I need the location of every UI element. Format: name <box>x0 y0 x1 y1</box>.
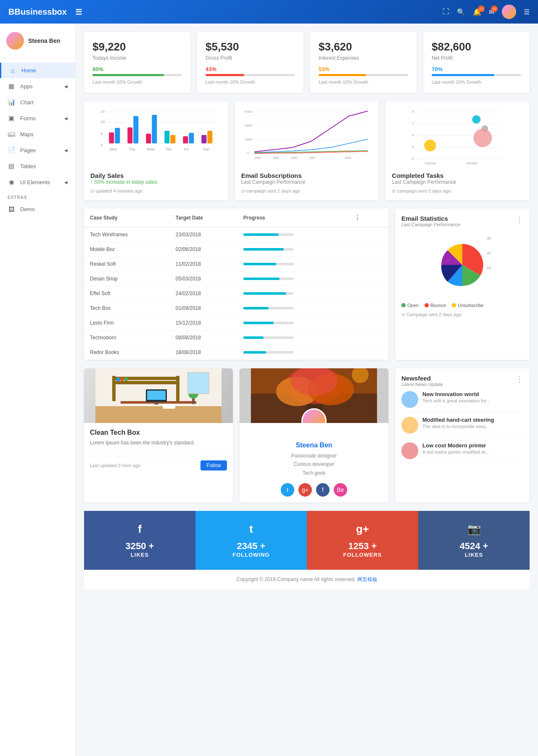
svg-rect-12 <box>146 134 151 143</box>
sidebar-item-home[interactable]: ⌂ Home <box>0 63 75 78</box>
sidebar-item-ui-elements[interactable]: ◉ UI Elements ◀ <box>0 174 75 190</box>
follow-button[interactable]: Follow <box>200 460 227 471</box>
svg-rect-16 <box>183 136 188 143</box>
footer: Copyright © 2018.Company name All rights… <box>84 570 530 589</box>
chevron-left-icon: ◀ <box>64 148 68 153</box>
legend-item: Unsubscribe <box>452 303 483 308</box>
col-menu[interactable]: ⋮ <box>345 209 388 227</box>
mail-icon[interactable]: ✉ 10 <box>489 8 494 16</box>
stat-bar-bg <box>92 74 182 76</box>
hamburger-icon[interactable]: ☰ <box>75 8 82 16</box>
completed-tasks-title: Completed Tasks <box>392 172 523 179</box>
news-footer-1: Last updated 3 mins ago Follow <box>84 456 233 475</box>
svg-point-51 <box>425 140 436 151</box>
newsfeed-item-desc: The idea is to incorporate easy... <box>422 424 494 429</box>
table-row: Desan Shop 05/03/2018 <box>84 272 388 286</box>
topnav-menu-icon[interactable]: ☰ <box>524 8 530 16</box>
news-image-1 <box>84 368 233 423</box>
list-item: New Innovation world Tech soft is great … <box>401 387 523 412</box>
progress-fill <box>243 263 276 265</box>
sidebar-item-apps[interactable]: ▦ Apps ◀ <box>0 78 75 94</box>
sidebar-user: Steena Ben <box>0 24 75 58</box>
sidebar: Steena Ben ⌂ Home ▦ Apps ◀ 📊 Chart ▣ For… <box>0 24 76 597</box>
case-study-name: Effel Soft <box>84 286 170 301</box>
ui-elements-icon: ◉ <box>8 178 15 186</box>
social-tile[interactable]: f 3250 + LIKES <box>84 511 195 570</box>
maps-icon: 📖 <box>8 130 15 138</box>
sidebar-item-forms[interactable]: ▣ Forms ◀ <box>0 110 75 126</box>
behance-icon[interactable]: Be <box>334 483 347 497</box>
news-date-1: Last updated 3 mins ago <box>90 463 140 468</box>
case-study-date: 18/08/2018 <box>170 345 237 360</box>
sidebar-item-label: Maps <box>20 131 34 137</box>
table-row: Technoborn 08/08/2018 <box>84 330 388 345</box>
newsfeed-item-title: Modified hand-cart steering <box>422 417 494 423</box>
twitter-icon[interactable]: t <box>281 483 294 497</box>
social-banner: f 3250 + LIKES t 2345 + FOLLOWING g+ 125… <box>84 511 530 570</box>
sidebar-item-maps[interactable]: 📖 Maps <box>0 126 75 142</box>
email-stats-menu[interactable]: ⋮ <box>516 215 523 224</box>
case-study-date: 23/03/2018 <box>170 227 237 242</box>
svg-rect-11 <box>133 116 138 143</box>
social-count: 1253 + <box>315 541 410 552</box>
news-body-1: Clean Tech Box Lorem Ipsum has been the … <box>84 423 233 456</box>
sidebar-item-chart[interactable]: 📊 Chart <box>0 94 75 110</box>
svg-rect-70 <box>154 402 158 404</box>
sidebar-username: Steena Ben <box>28 37 60 44</box>
news-title-1: Clean Tech Box <box>90 429 227 436</box>
stat-card: $3,620 Interest Expenses 53% Last month … <box>310 32 417 93</box>
progress-fill <box>243 322 274 324</box>
sidebar-item-demo[interactable]: 🖼 Demo <box>0 201 75 217</box>
svg-rect-71 <box>163 404 175 409</box>
stat-bar-bg <box>319 74 408 76</box>
sidebar-item-tables[interactable]: ▤ Tables <box>0 158 75 174</box>
progress-bg <box>243 263 294 265</box>
facebook-icon[interactable]: f <box>316 483 330 497</box>
bottom-row: Case Study Target Date Progress ⋮ Tech W… <box>84 209 530 360</box>
svg-text:4000000: 4000000 <box>425 162 436 165</box>
search-icon[interactable]: 🔍 <box>457 8 465 16</box>
case-study-name: Mobile Boz <box>84 242 170 257</box>
svg-text:8: 8 <box>412 110 414 114</box>
profile-banner-image <box>240 368 388 423</box>
svg-text:0: 0 <box>100 143 103 147</box>
app-logo: BBusinessbox ☰ <box>8 7 443 17</box>
newsfeed-item-title: Low cost Modern printer <box>422 442 489 449</box>
news-card-1: Clean Tech Box Lorem Ipsum has been the … <box>84 368 233 502</box>
email-subs-subtitle: Last Campaign Performance <box>241 179 373 185</box>
legend-dot <box>425 303 429 307</box>
progress-bg <box>243 351 294 354</box>
table-row: Lesto Firm 15/12/2018 <box>84 316 388 330</box>
user-avatar[interactable] <box>502 5 516 19</box>
profile-desc: Passionate designer Curious developer Te… <box>245 452 382 477</box>
social-label: FOLLOWERS <box>315 552 410 558</box>
newsfeed-menu[interactable]: ⋮ <box>516 375 523 384</box>
stat-growth: Last month 10% Growth <box>432 79 521 85</box>
stat-percent: 53% <box>319 66 408 72</box>
progress-fill <box>243 233 279 236</box>
stat-value: $5,530 <box>206 40 295 53</box>
googleplus-icon[interactable]: g+ <box>298 483 312 497</box>
email-stats-title: Email Statistics <box>401 215 460 222</box>
newsfeed-item-desc: A dot matrix printer modified at... <box>422 449 489 455</box>
sidebar-item-label: Home <box>21 67 36 74</box>
legend-dot <box>401 303 406 307</box>
sidebar-item-pages[interactable]: 📄 Pages ◀ <box>0 142 75 158</box>
stat-label: Interest Expenses <box>319 55 408 61</box>
fullscreen-icon[interactable]: ⛶ <box>443 8 449 16</box>
legend-item: Open <box>401 303 419 308</box>
newsfeed-item-desc: Tech soft is great innovation for... <box>422 398 490 403</box>
stat-label: Net Profit <box>432 55 521 61</box>
footer-link[interactable]: 网页模板 <box>357 576 377 582</box>
social-icon: 📷 <box>427 523 521 536</box>
case-study-name: Redor Books <box>84 345 170 360</box>
main-content: $9,220 Todays Income 80% Last month 10% … <box>76 24 538 597</box>
case-study-name: Tech Wireframes <box>84 227 170 242</box>
bell-icon[interactable]: 🔔 12 <box>473 8 481 16</box>
progress-bg <box>243 322 294 324</box>
social-tile[interactable]: g+ 1253 + FOLLOWERS <box>307 511 418 570</box>
social-tile[interactable]: 📷 4524 + LIKES <box>418 511 530 570</box>
social-tile[interactable]: t 2345 + FOLLOWING <box>195 511 307 570</box>
stat-label: Todays Income <box>92 55 182 61</box>
svg-rect-66 <box>124 378 128 381</box>
